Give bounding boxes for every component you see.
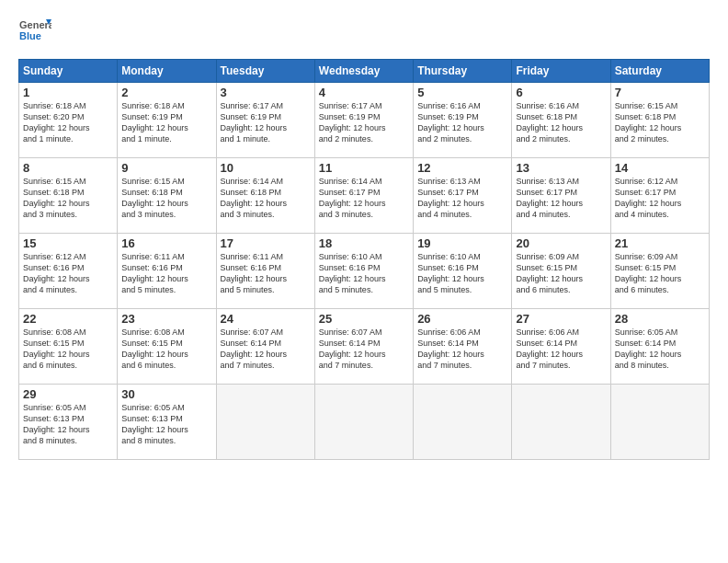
calendar-cell	[314, 385, 413, 460]
calendar-week-row: 15Sunrise: 6:12 AMSunset: 6:16 PMDayligh…	[19, 234, 710, 309]
calendar-cell: 4Sunrise: 6:17 AMSunset: 6:19 PMDaylight…	[314, 83, 413, 158]
calendar-cell: 1Sunrise: 6:18 AMSunset: 6:20 PMDaylight…	[19, 83, 118, 158]
day-number: 15	[23, 236, 113, 250]
cell-info: Sunrise: 6:16 AMSunset: 6:18 PMDaylight:…	[516, 100, 606, 145]
day-number: 30	[121, 387, 211, 401]
calendar-day-header: Saturday	[610, 60, 709, 83]
cell-info: Sunrise: 6:12 AMSunset: 6:17 PMDaylight:…	[615, 176, 705, 221]
cell-info: Sunrise: 6:09 AMSunset: 6:15 PMDaylight:…	[615, 251, 705, 296]
day-number: 8	[23, 161, 113, 175]
calendar-cell	[216, 385, 314, 460]
day-number: 21	[615, 236, 705, 250]
calendar-cell: 26Sunrise: 6:06 AMSunset: 6:14 PMDayligh…	[414, 309, 512, 385]
calendar-cell: 28Sunrise: 6:05 AMSunset: 6:14 PMDayligh…	[610, 309, 709, 385]
cell-info: Sunrise: 6:15 AMSunset: 6:18 PMDaylight:…	[615, 100, 705, 145]
calendar-cell: 3Sunrise: 6:17 AMSunset: 6:19 PMDaylight…	[216, 83, 314, 158]
cell-info: Sunrise: 6:05 AMSunset: 6:14 PMDaylight:…	[615, 327, 705, 372]
day-number: 7	[615, 86, 705, 99]
calendar-cell: 30Sunrise: 6:05 AMSunset: 6:13 PMDayligh…	[118, 385, 216, 460]
calendar-header-row: SundayMondayTuesdayWednesdayThursdayFrid…	[19, 60, 710, 83]
calendar-cell: 11Sunrise: 6:14 AMSunset: 6:17 PMDayligh…	[314, 158, 413, 234]
cell-info: Sunrise: 6:15 AMSunset: 6:18 PMDaylight:…	[121, 176, 211, 221]
calendar-week-row: 1Sunrise: 6:18 AMSunset: 6:20 PMDaylight…	[19, 83, 710, 158]
cell-info: Sunrise: 6:13 AMSunset: 6:17 PMDaylight:…	[516, 176, 606, 221]
calendar-cell: 14Sunrise: 6:12 AMSunset: 6:17 PMDayligh…	[610, 158, 709, 234]
day-number: 4	[319, 86, 409, 99]
day-number: 22	[23, 312, 113, 326]
day-number: 13	[516, 161, 606, 175]
logo-svg: General Blue	[18, 15, 51, 48]
day-number: 6	[516, 86, 606, 99]
day-number: 3	[221, 86, 311, 99]
calendar-cell	[512, 385, 610, 460]
calendar-cell: 21Sunrise: 6:09 AMSunset: 6:15 PMDayligh…	[610, 234, 709, 309]
calendar-cell: 9Sunrise: 6:15 AMSunset: 6:18 PMDaylight…	[118, 158, 216, 234]
cell-info: Sunrise: 6:17 AMSunset: 6:19 PMDaylight:…	[319, 100, 409, 145]
calendar-cell: 27Sunrise: 6:06 AMSunset: 6:14 PMDayligh…	[512, 309, 610, 385]
cell-info: Sunrise: 6:11 AMSunset: 6:16 PMDaylight:…	[121, 251, 211, 296]
calendar-day-header: Thursday	[414, 60, 512, 83]
calendar-cell: 24Sunrise: 6:07 AMSunset: 6:14 PMDayligh…	[216, 309, 314, 385]
cell-info: Sunrise: 6:05 AMSunset: 6:13 PMDaylight:…	[23, 402, 113, 447]
calendar-cell: 29Sunrise: 6:05 AMSunset: 6:13 PMDayligh…	[19, 385, 118, 460]
day-number: 2	[121, 86, 211, 99]
calendar-cell: 16Sunrise: 6:11 AMSunset: 6:16 PMDayligh…	[118, 234, 216, 309]
day-number: 20	[516, 236, 606, 250]
calendar-week-row: 29Sunrise: 6:05 AMSunset: 6:13 PMDayligh…	[19, 385, 710, 460]
calendar-day-header: Wednesday	[314, 60, 413, 83]
calendar-cell: 22Sunrise: 6:08 AMSunset: 6:15 PMDayligh…	[19, 309, 118, 385]
cell-info: Sunrise: 6:05 AMSunset: 6:13 PMDaylight:…	[121, 402, 211, 447]
cell-info: Sunrise: 6:18 AMSunset: 6:20 PMDaylight:…	[23, 100, 113, 145]
calendar-day-header: Monday	[118, 60, 216, 83]
calendar-cell: 6Sunrise: 6:16 AMSunset: 6:18 PMDaylight…	[512, 83, 610, 158]
day-number: 18	[319, 236, 409, 250]
day-number: 9	[121, 161, 211, 175]
calendar-cell	[414, 385, 512, 460]
cell-info: Sunrise: 6:18 AMSunset: 6:19 PMDaylight:…	[121, 100, 211, 145]
cell-info: Sunrise: 6:17 AMSunset: 6:19 PMDaylight:…	[221, 100, 311, 145]
calendar-cell: 20Sunrise: 6:09 AMSunset: 6:15 PMDayligh…	[512, 234, 610, 309]
calendar-cell: 17Sunrise: 6:11 AMSunset: 6:16 PMDayligh…	[216, 234, 314, 309]
page-container: General Blue SundayMondayTuesdayWednesda…	[0, 0, 728, 469]
day-number: 11	[319, 161, 409, 175]
header: General Blue	[18, 15, 710, 48]
day-number: 17	[221, 236, 311, 250]
calendar-cell: 2Sunrise: 6:18 AMSunset: 6:19 PMDaylight…	[118, 83, 216, 158]
calendar-day-header: Friday	[512, 60, 610, 83]
calendar-cell: 18Sunrise: 6:10 AMSunset: 6:16 PMDayligh…	[314, 234, 413, 309]
cell-info: Sunrise: 6:09 AMSunset: 6:15 PMDaylight:…	[516, 251, 606, 296]
day-number: 27	[516, 312, 606, 326]
logo: General Blue	[18, 15, 51, 48]
day-number: 10	[221, 161, 311, 175]
calendar-cell: 10Sunrise: 6:14 AMSunset: 6:18 PMDayligh…	[216, 158, 314, 234]
cell-info: Sunrise: 6:06 AMSunset: 6:14 PMDaylight:…	[417, 327, 507, 372]
calendar-cell: 12Sunrise: 6:13 AMSunset: 6:17 PMDayligh…	[414, 158, 512, 234]
day-number: 14	[615, 161, 705, 175]
calendar-cell: 13Sunrise: 6:13 AMSunset: 6:17 PMDayligh…	[512, 158, 610, 234]
cell-info: Sunrise: 6:07 AMSunset: 6:14 PMDaylight:…	[221, 327, 311, 372]
calendar-cell: 25Sunrise: 6:07 AMSunset: 6:14 PMDayligh…	[314, 309, 413, 385]
cell-info: Sunrise: 6:14 AMSunset: 6:17 PMDaylight:…	[319, 176, 409, 221]
day-number: 25	[319, 312, 409, 326]
cell-info: Sunrise: 6:16 AMSunset: 6:19 PMDaylight:…	[417, 100, 507, 145]
cell-info: Sunrise: 6:07 AMSunset: 6:14 PMDaylight:…	[319, 327, 409, 372]
calendar-day-header: Sunday	[19, 60, 118, 83]
cell-info: Sunrise: 6:08 AMSunset: 6:15 PMDaylight:…	[23, 327, 113, 372]
cell-info: Sunrise: 6:12 AMSunset: 6:16 PMDaylight:…	[23, 251, 113, 296]
day-number: 26	[417, 312, 507, 326]
cell-info: Sunrise: 6:13 AMSunset: 6:17 PMDaylight:…	[417, 176, 507, 221]
calendar-cell: 7Sunrise: 6:15 AMSunset: 6:18 PMDaylight…	[610, 83, 709, 158]
calendar-cell: 15Sunrise: 6:12 AMSunset: 6:16 PMDayligh…	[19, 234, 118, 309]
day-number: 23	[121, 312, 211, 326]
day-number: 29	[23, 387, 113, 401]
calendar-week-row: 8Sunrise: 6:15 AMSunset: 6:18 PMDaylight…	[19, 158, 710, 234]
day-number: 16	[121, 236, 211, 250]
cell-info: Sunrise: 6:10 AMSunset: 6:16 PMDaylight:…	[319, 251, 409, 296]
cell-info: Sunrise: 6:06 AMSunset: 6:14 PMDaylight:…	[516, 327, 606, 372]
day-number: 24	[221, 312, 311, 326]
cell-info: Sunrise: 6:08 AMSunset: 6:15 PMDaylight:…	[121, 327, 211, 372]
calendar-cell	[610, 385, 709, 460]
calendar-cell: 8Sunrise: 6:15 AMSunset: 6:18 PMDaylight…	[19, 158, 118, 234]
calendar-week-row: 22Sunrise: 6:08 AMSunset: 6:15 PMDayligh…	[19, 309, 710, 385]
calendar-cell: 23Sunrise: 6:08 AMSunset: 6:15 PMDayligh…	[118, 309, 216, 385]
